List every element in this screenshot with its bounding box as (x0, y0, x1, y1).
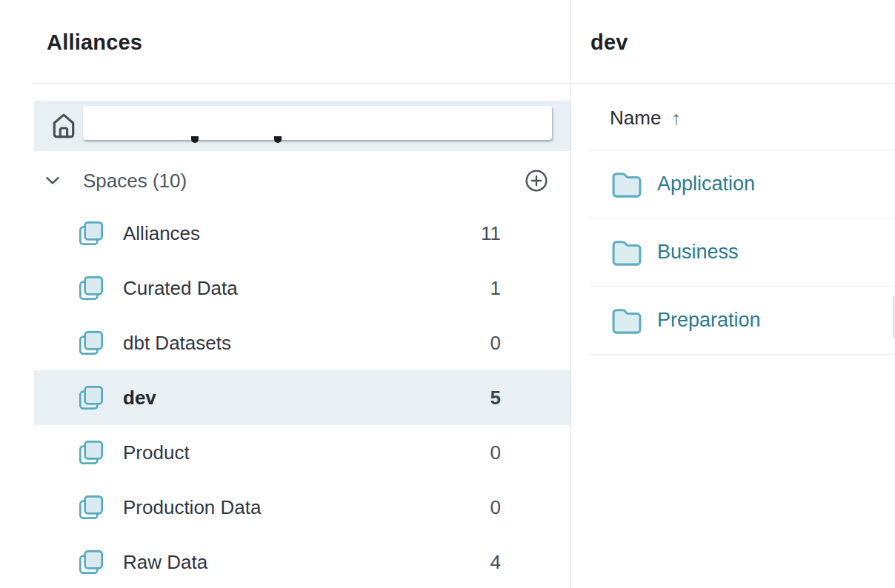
sidebar-item-alliances[interactable]: Alliances 11 (34, 206, 570, 261)
space-name: dbt Datasets (123, 332, 231, 355)
redacted-descender-mark (274, 136, 282, 143)
space-icon (76, 438, 106, 467)
folder-row-application[interactable]: Application (589, 150, 895, 218)
space-count: 11 (481, 222, 501, 245)
space-icon (76, 383, 106, 412)
spaces-section-label: Spaces (10) (83, 170, 187, 193)
folder-name-link: Business (657, 241, 739, 264)
redacted-text-overlay (83, 106, 552, 140)
chevron-down-icon[interactable] (43, 171, 62, 190)
space-icon (76, 492, 106, 522)
folder-name-link: Application (657, 173, 755, 196)
space-icon (76, 218, 106, 248)
space-count: 0 (490, 441, 501, 464)
sidebar-spaces-panel: Alliances Spaces (10) (0, 0, 571, 588)
folder-icon (610, 238, 644, 267)
space-name: Production Data (123, 496, 261, 519)
space-name: Curated Data (123, 277, 238, 300)
sidebar-item-curated-data[interactable]: Curated Data 1 (34, 261, 570, 315)
folder-icon (610, 170, 644, 199)
folder-name-link: Preparation (657, 309, 761, 332)
sidebar-title-divider (33, 83, 570, 84)
folder-row-preparation[interactable]: Preparation (589, 287, 895, 355)
main-panel-title: dev (590, 30, 628, 55)
space-icon (76, 273, 106, 303)
space-icon (76, 547, 106, 577)
sort-ascending-icon: ↑ (671, 107, 681, 129)
sidebar-item-production-data[interactable]: Production Data 0 (34, 480, 570, 535)
home-catalog-row[interactable] (34, 101, 570, 151)
space-name: dev (123, 387, 156, 410)
space-name: Alliances (123, 222, 200, 245)
sidebar-item-dev[interactable]: dev 5 (34, 370, 570, 425)
folder-icon (610, 306, 644, 335)
main-title-divider (572, 83, 895, 84)
space-count: 0 (490, 332, 501, 355)
space-count: 4 (490, 551, 501, 574)
space-count: 5 (490, 387, 501, 410)
space-name: Product (123, 441, 190, 464)
column-header-label: Name (610, 107, 661, 130)
spaces-list: Alliances 11 Curated Data 1 dbt Datasets… (34, 206, 570, 588)
app-window: Alliances Spaces (10) (0, 0, 895, 588)
spaces-section-header: Spaces (10) (34, 165, 570, 196)
space-contents-panel: dev Name ↑ Application Business (572, 0, 895, 588)
folder-row-business[interactable]: Business (589, 218, 895, 287)
add-space-button[interactable] (525, 169, 548, 193)
sidebar-title: Alliances (47, 30, 142, 55)
redacted-descender-mark (191, 136, 199, 143)
plus-circle-icon (525, 169, 548, 193)
sidebar-item-dbt-datasets[interactable]: dbt Datasets 0 (34, 315, 570, 370)
column-header-name[interactable]: Name ↑ (610, 107, 681, 130)
home-icon (49, 110, 79, 141)
sidebar-item-raw-data[interactable]: Raw Data 4 (34, 535, 570, 588)
space-count: 0 (490, 496, 501, 519)
space-icon (76, 328, 106, 358)
space-name: Raw Data (123, 551, 207, 574)
space-count: 1 (490, 277, 501, 300)
sidebar-item-product[interactable]: Product 0 (34, 425, 570, 480)
folder-list: Application Business Preparation (589, 150, 895, 355)
